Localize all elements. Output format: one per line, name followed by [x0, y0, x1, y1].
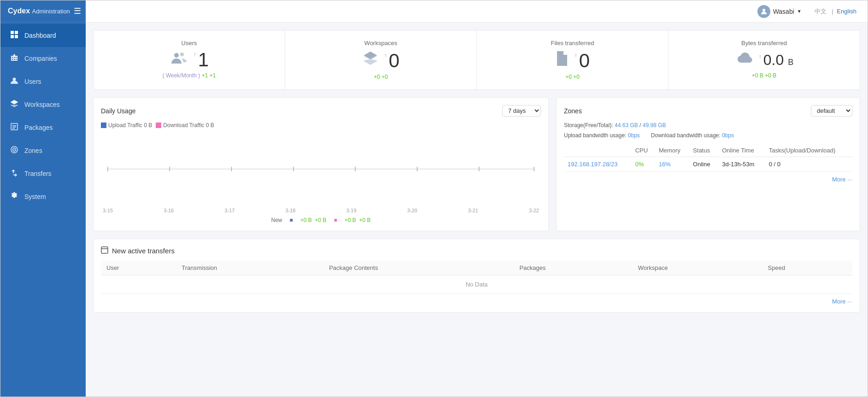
workspaces-value: 0: [389, 51, 399, 70]
zones-panel: Zones default Storage(Free/Total): 44.63…: [556, 97, 860, 231]
stat-users: Users ↑ 1 ( Week/Month ) +1 +1: [94, 30, 285, 89]
files-sub: +0 +0: [488, 74, 657, 80]
zone-status: Online: [689, 157, 718, 172]
storage-free: 44.63 GB: [615, 122, 638, 128]
sidebar-item-label-system: System: [24, 193, 46, 200]
sidebar-item-companies[interactable]: Companies: [0, 47, 86, 70]
col-workspace: Workspace: [633, 261, 762, 275]
sidebar-item-system[interactable]: System: [0, 185, 86, 208]
svg-rect-0: [11, 31, 14, 34]
users-arrow: ↑: [194, 51, 196, 58]
users-icon: [10, 76, 19, 87]
main-content: Wasabi ▼ 中文 | English Users: [86, 0, 868, 397]
user-avatar: [757, 5, 770, 18]
chart-zones-row: Daily Usage 7 days 30 days 90 days Uploa…: [93, 97, 860, 231]
zone-cpu: 0%: [632, 157, 655, 172]
sidebar-item-label-companies: Companies: [24, 55, 57, 62]
col-transmission: Transmission: [176, 261, 323, 275]
lang-zh[interactable]: 中文: [815, 8, 827, 15]
page-content: Users ↑ 1 ( Week/Month ) +1 +1: [86, 23, 868, 397]
files-value: 0: [579, 51, 590, 70]
transfers-table: User Transmission Package Contents Packa…: [101, 261, 852, 294]
stat-files: Files transferred ↑ 0 +0 +0: [477, 30, 669, 89]
sidebar-item-packages[interactable]: Packages: [0, 116, 86, 139]
user-name: Wasabi: [773, 8, 794, 15]
stat-workspaces-title: Workspaces: [296, 40, 465, 47]
sidebar-item-zones[interactable]: Zones: [0, 139, 86, 162]
svg-point-11: [14, 149, 15, 150]
stat-files-title: Files transferred: [488, 40, 657, 47]
new-download-vals: +0 B +0 B: [345, 217, 371, 223]
table-row: 192.168.197.28/23 0% 16% Online 3d-13h-5…: [564, 157, 852, 172]
workspaces-arrow: ↑: [384, 52, 387, 58]
no-data-row: No Data: [101, 275, 852, 294]
sidebar-item-users[interactable]: Users: [0, 70, 86, 93]
chart-svg: [101, 132, 541, 206]
lang-en[interactable]: English: [837, 8, 856, 15]
zones-bandwidth: Upload bandwidth usage: 0bps Download ba…: [564, 132, 852, 139]
user-dropdown-icon: ▼: [797, 9, 802, 14]
zones-select[interactable]: default: [811, 105, 852, 117]
svg-rect-1: [15, 31, 18, 34]
svg-rect-8: [12, 128, 15, 129]
stat-workspaces: Workspaces ↑ 0 +0 +0: [285, 30, 477, 89]
zones-table: CPU Memory Status Online Time Tasks(Uplo…: [564, 144, 852, 172]
chart-panel: Daily Usage 7 days 30 days 90 days Uploa…: [93, 97, 549, 231]
zone-online-time: 3d-13h-53m: [718, 157, 765, 172]
col-user: User: [101, 261, 176, 275]
svg-rect-3: [15, 35, 18, 38]
sidebar-item-label-users: Users: [24, 78, 41, 85]
svg-point-4: [13, 78, 16, 81]
bytes-value: 0.0 B: [763, 53, 793, 67]
companies-icon: [10, 53, 19, 64]
sidebar-nav: Dashboard Companies Users Workspaces: [0, 22, 86, 397]
new-upload-icon: ■: [290, 217, 293, 223]
sidebar-item-label-dashboard: Dashboard: [24, 32, 56, 39]
transfers-table-header: User Transmission Package Contents Packa…: [101, 261, 852, 275]
sidebar-header: Cydex Administration ☰: [0, 0, 86, 22]
download-bw: Download bandwidth usage: 0bps: [651, 132, 734, 139]
new-upload-vals: +0 B +0 B: [300, 217, 327, 223]
dashboard-icon: [10, 30, 19, 41]
zone-ip[interactable]: 192.168.197.28/23: [564, 157, 632, 172]
chart-title: Daily Usage: [101, 107, 135, 115]
chart-period-select[interactable]: 7 days 30 days 90 days: [502, 105, 541, 117]
svg-rect-6: [12, 125, 16, 126]
topbar: Wasabi ▼ 中文 | English: [86, 0, 868, 23]
zone-tasks: 0 / 0: [765, 157, 852, 172]
sidebar-item-dashboard[interactable]: Dashboard: [0, 24, 86, 47]
svg-point-12: [762, 9, 765, 12]
transfers-panel: New active transfers User Transmission P…: [93, 239, 860, 313]
users-stat-icon: [170, 51, 188, 69]
no-data-cell: No Data: [101, 275, 852, 294]
users-sub: ( Week/Month ) +1 +1: [105, 72, 274, 79]
download-legend: Download Traffic 0 B: [156, 122, 214, 128]
zones-more-link[interactable]: More ···: [832, 176, 852, 183]
sidebar-item-label-transfers: Transfers: [24, 170, 52, 177]
workspaces-stat-icon: [362, 50, 379, 71]
stats-row: Users ↑ 1 ( Week/Month ) +1 +1: [93, 30, 860, 90]
col-packages: Packages: [514, 261, 632, 275]
sidebar-item-workspaces[interactable]: Workspaces: [0, 93, 86, 116]
transfers-more-link[interactable]: More ···: [832, 298, 852, 305]
zones-header: Zones default: [564, 105, 852, 117]
sidebar-item-label-workspaces: Workspaces: [24, 101, 60, 108]
chart-new-row: New ■ +0 B +0 B ■ +0 B +0 B: [101, 217, 541, 223]
zones-table-header: CPU Memory Status Online Time Tasks(Uplo…: [564, 144, 852, 157]
sidebar-item-transfers[interactable]: Transfers: [0, 162, 86, 185]
chart-header: Daily Usage 7 days 30 days 90 days: [101, 105, 541, 117]
transfers-icon: [10, 169, 19, 179]
sidebar-item-label-packages: Packages: [24, 124, 53, 131]
upload-legend: Upload Traffic 0 B: [101, 122, 152, 128]
zones-more: More ···: [564, 175, 852, 183]
user-menu[interactable]: Wasabi ▼: [757, 5, 802, 18]
system-icon: [10, 192, 19, 202]
menu-icon[interactable]: ☰: [74, 6, 81, 16]
lang-divider: |: [832, 8, 833, 15]
col-package-contents: Package Contents: [323, 261, 514, 275]
new-download-icon: ■: [334, 217, 337, 223]
app-title: Cydex Administration: [8, 7, 70, 15]
bytes-sub: +0 B +0 B: [680, 72, 849, 79]
users-value: 1: [198, 50, 209, 70]
files-stat-icon: [555, 50, 569, 71]
